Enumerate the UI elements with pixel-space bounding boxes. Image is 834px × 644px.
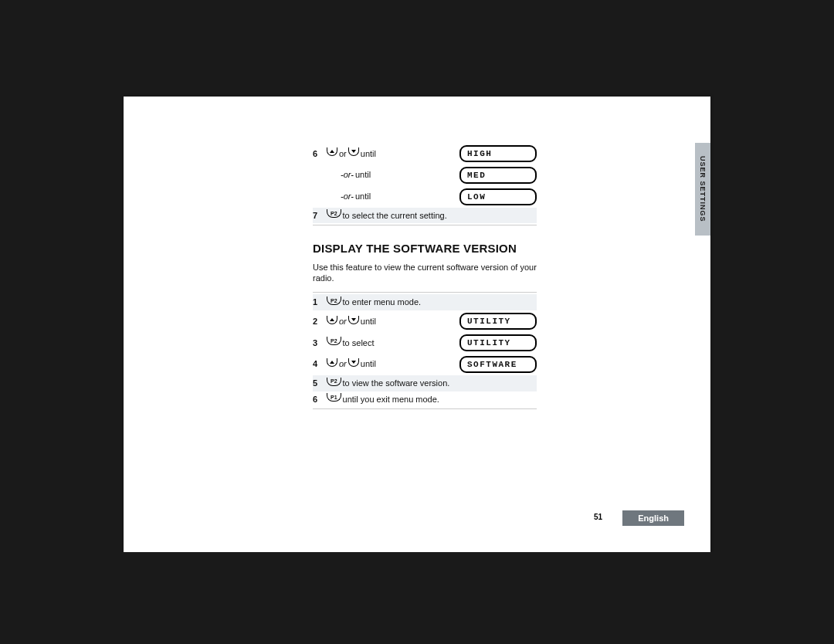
down-arrow-icon	[348, 316, 359, 324]
lcd-display: MED	[459, 167, 537, 184]
word-or: or	[339, 358, 347, 370]
manual-page: USER SETTINGS 6 or until HIGH -or- until…	[124, 97, 710, 552]
step-row: 6 P1 until you exit menu mode.	[313, 391, 537, 408]
step-text: -or- until	[341, 191, 371, 202]
step-desc: to select	[343, 337, 375, 349]
divider	[313, 408, 537, 409]
up-arrow-icon	[327, 147, 337, 156]
section-intro: Use this feature to view the current sof…	[313, 262, 537, 285]
step-row: 6 or until HIGH	[313, 143, 537, 164]
divider	[313, 225, 537, 225]
step-text: or until	[327, 358, 376, 370]
word-or: or	[339, 148, 347, 160]
step-number: 1	[313, 297, 327, 308]
language-label: English	[622, 510, 684, 526]
step-number: 3	[313, 337, 327, 349]
step-number: 7	[313, 210, 327, 222]
lcd-display: UTILITY	[459, 334, 537, 351]
lcd-display: HIGH	[459, 145, 537, 162]
step-row: -or- until MED	[313, 164, 537, 186]
p2-button-icon: P2	[327, 378, 341, 386]
word-until: until	[355, 191, 371, 202]
lcd-display: LOW	[459, 188, 537, 205]
p2-button-icon: P2	[327, 209, 341, 218]
step-row: 4 or until SOFTWARE	[313, 354, 537, 375]
step-desc: to view the software version.	[343, 378, 450, 389]
step-text: -or- until	[341, 169, 371, 181]
step-row: 1 P2 to enter menu mode.	[313, 294, 537, 310]
lcd-display: SOFTWARE	[459, 356, 537, 373]
step-text: P2 to view the software version.	[327, 378, 449, 389]
step-number: 4	[313, 358, 327, 370]
step-text: or until	[327, 316, 376, 327]
step-text: P2 to select the current setting.	[327, 210, 447, 222]
side-tab-label: USER SETTINGS	[699, 156, 707, 222]
word-or-dash: -or-	[341, 169, 354, 181]
step-desc: to select the current setting.	[343, 210, 447, 222]
step-row: 2 or until UTILITY	[313, 310, 537, 332]
word-or-dash: -or-	[341, 191, 354, 202]
step-row: -or- until LOW	[313, 186, 537, 208]
lcd-display: UTILITY	[459, 313, 537, 330]
step-row: 3 P2 to select UTILITY	[313, 332, 537, 354]
step-text: P2 to enter menu mode.	[327, 297, 421, 308]
step-text: P1 until you exit menu mode.	[327, 394, 439, 405]
down-arrow-icon	[348, 147, 359, 156]
word-until: until	[355, 169, 371, 181]
side-tab: USER SETTINGS	[695, 143, 710, 236]
p2-button-icon: P2	[327, 337, 341, 345]
word-until: until	[361, 316, 376, 327]
step-number: 6	[313, 148, 327, 160]
step-text: P2 to select	[327, 337, 375, 349]
page-content: 6 or until HIGH -or- until MED -or- unti…	[313, 143, 537, 409]
up-arrow-icon	[327, 316, 337, 324]
step-desc: to enter menu mode.	[343, 297, 422, 308]
step-number: 2	[313, 316, 327, 327]
down-arrow-icon	[348, 358, 359, 367]
section-heading: DISPLAY THE SOFTWARE VERSION	[313, 241, 537, 256]
word-until: until	[361, 358, 376, 370]
word-or: or	[339, 316, 347, 327]
step-number: 6	[313, 394, 327, 405]
step-text: or until	[327, 148, 376, 160]
page-number: 51	[594, 513, 602, 521]
up-arrow-icon	[327, 358, 337, 367]
step-row: 5 P2 to view the software version.	[313, 375, 537, 391]
step-number: 5	[313, 378, 327, 389]
divider	[313, 292, 537, 293]
p1-button-icon: P1	[327, 393, 341, 402]
word-until: until	[361, 148, 376, 160]
step-desc: until you exit menu mode.	[343, 394, 439, 405]
p2-button-icon: P2	[327, 297, 341, 305]
step-row: 7 P2 to select the current setting.	[313, 208, 537, 224]
